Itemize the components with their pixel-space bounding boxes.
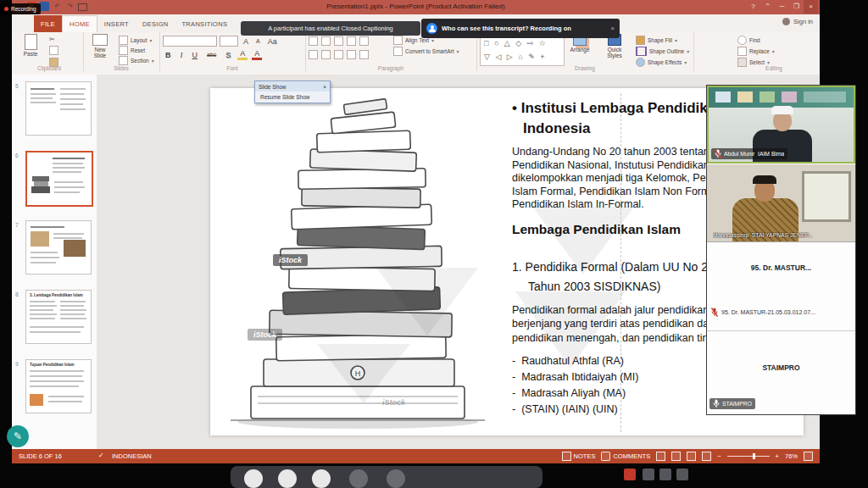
- thumbnail-slide-5[interactable]: [25, 81, 92, 136]
- person-icon: [426, 23, 437, 34]
- tab-insert[interactable]: INSERT: [97, 15, 136, 33]
- convert-smartart-button[interactable]: Convert to SmartArt▾: [393, 47, 475, 56]
- thumbnail-slide-8[interactable]: 3. Lembaga Pendidikan Islam: [25, 290, 92, 344]
- section-icon: [119, 56, 128, 65]
- justify-icon[interactable]: [347, 50, 356, 59]
- replace-button[interactable]: Replace▾: [737, 47, 775, 56]
- slideshow-view-button[interactable]: [702, 452, 711, 461]
- taskbar-icon[interactable]: [659, 469, 671, 480]
- strikethrough-button[interactable]: abc: [204, 52, 219, 58]
- thumb-title: Tujuan Pendidikan Islam: [30, 363, 87, 367]
- font-size-select[interactable]: [220, 36, 238, 47]
- highlight-color-button[interactable]: A: [237, 49, 248, 60]
- comments-button[interactable]: COMMENTS: [601, 452, 650, 461]
- fit-to-window-button[interactable]: [804, 452, 813, 461]
- underline-button[interactable]: U: [190, 51, 201, 59]
- tab-file[interactable]: FILE: [34, 15, 62, 33]
- meeting-control-button[interactable]: [312, 469, 331, 488]
- increase-indent-icon[interactable]: [347, 36, 356, 46]
- participant-name: 95. Dr. MASTUR...: [707, 263, 855, 272]
- thumbnail-slide-7[interactable]: [25, 220, 92, 274]
- minimize-button[interactable]: ─: [775, 0, 789, 14]
- spellcheck-icon[interactable]: ✓: [98, 452, 104, 459]
- paste-button[interactable]: Paste: [19, 34, 42, 57]
- zoom-out-button[interactable]: −: [717, 452, 721, 460]
- screen: P ↶ ↷ Presentation1.pptx - PowerPoint (P…: [0, 0, 868, 488]
- close-button[interactable]: ×: [804, 0, 818, 14]
- notes-button[interactable]: NOTES: [562, 452, 596, 461]
- shape-outline-button[interactable]: Shape Outline▾: [636, 47, 692, 56]
- meeting-control-button[interactable]: [387, 469, 405, 488]
- font-color-button[interactable]: A: [252, 49, 262, 60]
- find-button[interactable]: Find: [737, 36, 775, 45]
- tab-transitions[interactable]: TRANSITIONS: [175, 15, 234, 33]
- section-button[interactable]: Section▾: [119, 56, 154, 65]
- bullets-icon[interactable]: [309, 36, 318, 46]
- copy-icon[interactable]: [49, 46, 58, 55]
- recording-indicator: Recording: [0, 3, 41, 14]
- participant-name: Manggassingi_STAI YAPNAS JENEP...: [713, 232, 813, 238]
- change-case-icon[interactable]: Aa: [265, 37, 280, 46]
- resume-slideshow-button[interactable]: Resume Slide Show: [255, 92, 330, 103]
- participant-label: STAIMPRO: [709, 398, 755, 409]
- tab-home[interactable]: HOME: [62, 15, 97, 32]
- align-center-icon[interactable]: [321, 50, 331, 59]
- sign-in[interactable]: Sign in: [782, 18, 813, 25]
- popup-close-icon[interactable]: ×: [323, 84, 326, 90]
- font-name-select[interactable]: [163, 36, 217, 47]
- italic-button[interactable]: I: [178, 51, 186, 59]
- video-tile-mastur[interactable]: 95. Dr. MASTUR... 95. Dr. MASTUR-21.05.0…: [707, 243, 855, 331]
- new-slide-button[interactable]: New Slide: [86, 34, 114, 58]
- participant-name: Abdul Munir_IAIM Bima: [724, 151, 784, 157]
- layout-button[interactable]: Layout▾: [119, 36, 154, 45]
- zoom-slider[interactable]: [727, 456, 770, 457]
- tab-design[interactable]: DESIGN: [136, 15, 175, 33]
- numbering-icon[interactable]: [321, 36, 331, 46]
- annotation-pen-button[interactable]: ✎: [7, 425, 29, 447]
- zoom-level[interactable]: 76%: [785, 452, 798, 460]
- taskbar-icon-record[interactable]: [624, 469, 636, 480]
- taskbar-icon[interactable]: [676, 469, 688, 480]
- ribbon-options-button[interactable]: ⌃: [760, 0, 775, 14]
- shapes-row-2: ▽ ◁ ▷ ⌂ ✎ +: [484, 50, 564, 64]
- bold-button[interactable]: B: [163, 51, 174, 59]
- reading-view-button[interactable]: [687, 452, 696, 461]
- meeting-control-button[interactable]: [244, 469, 263, 488]
- shapes-gallery[interactable]: □ ○ △ ◇ ⇨ ☆ ▽ ◁ ▷ ⌂ ✎ +: [480, 36, 565, 66]
- mic-muted-icon: [711, 308, 718, 317]
- taskbar-icon[interactable]: [643, 469, 654, 480]
- decrease-indent-icon[interactable]: [334, 36, 343, 46]
- text-shadow-button[interactable]: S: [223, 51, 233, 59]
- normal-view-button[interactable]: [656, 452, 665, 461]
- thumbnail-slide-9[interactable]: Tujuan Pendidikan Islam: [25, 359, 92, 413]
- video-tile-staimpro[interactable]: STAIMPRO STAIMPRO: [707, 331, 855, 414]
- meeting-control-button[interactable]: [278, 469, 297, 488]
- shape-fill-button[interactable]: Shape Fill▾: [636, 36, 692, 45]
- reset-button[interactable]: Reset: [119, 46, 154, 55]
- language-indicator[interactable]: INDONESIAN: [112, 452, 152, 460]
- zoom-slider-thumb[interactable]: [753, 453, 755, 459]
- line-spacing-icon[interactable]: [359, 36, 369, 46]
- slideshow-popup-header[interactable]: Slide Show ×: [255, 81, 330, 92]
- find-icon: [737, 36, 747, 45]
- align-left-icon[interactable]: [309, 50, 318, 59]
- zoom-in-button[interactable]: +: [776, 452, 779, 460]
- font-group-label: Font: [159, 65, 305, 71]
- thumbnail-slide-6-current[interactable]: [25, 151, 93, 207]
- meeting-control-button[interactable]: [349, 469, 368, 488]
- banner-close-icon[interactable]: ×: [611, 25, 615, 32]
- help-button[interactable]: ?: [746, 0, 760, 14]
- columns-icon[interactable]: [359, 50, 369, 59]
- video-tile-abdul-munir[interactable]: Abdul Munir_IAIM Bima: [707, 86, 855, 164]
- sign-in-label: Sign in: [793, 18, 813, 25]
- grow-font-icon[interactable]: A: [241, 37, 251, 46]
- align-right-icon[interactable]: [334, 50, 343, 59]
- video-tile-manggassingi[interactable]: Manggassingi_STAI YAPNAS JENEP...: [707, 164, 855, 242]
- shrink-font-icon[interactable]: A: [253, 38, 263, 44]
- slide-sorter-view-button[interactable]: [671, 452, 681, 461]
- cut-icon[interactable]: ✂: [49, 36, 58, 43]
- slide-thumbnail-panel: 5 6: [12, 75, 97, 449]
- shape-fill-icon: [636, 36, 645, 45]
- quick-styles-label1: Quick: [598, 47, 631, 53]
- maximize-button[interactable]: ❐: [789, 0, 804, 14]
